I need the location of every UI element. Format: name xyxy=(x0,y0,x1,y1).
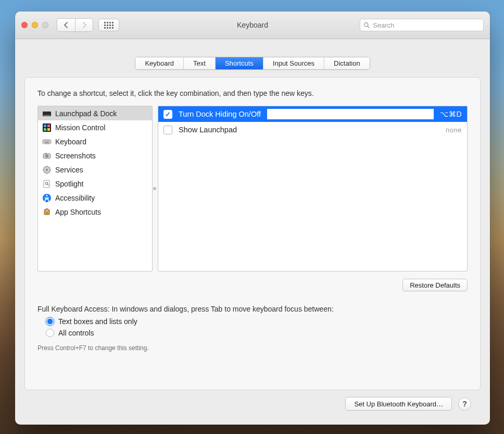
titlebar: Keyboard xyxy=(15,11,490,39)
tab-keyboard[interactable]: Keyboard xyxy=(135,57,183,69)
svg-rect-7 xyxy=(44,128,46,131)
tab-shortcuts[interactable]: Shortcuts xyxy=(215,57,263,69)
search-field-wrapper[interactable] xyxy=(360,19,484,31)
svg-rect-5 xyxy=(44,125,46,127)
svg-rect-12 xyxy=(46,141,47,142)
category-app-shortcuts[interactable]: App Shortcuts xyxy=(38,205,152,219)
svg-rect-9 xyxy=(43,140,51,144)
svg-point-17 xyxy=(45,154,48,157)
forward-button[interactable] xyxy=(75,19,93,31)
fka-hint: Press Control+F7 to change this setting. xyxy=(37,344,468,352)
grid-icon xyxy=(104,22,114,29)
mission-control-icon xyxy=(42,123,52,132)
gear-icon xyxy=(42,165,52,175)
svg-point-20 xyxy=(46,169,48,171)
shortcut-key-editor[interactable] xyxy=(267,109,434,119)
app-shortcuts-icon xyxy=(42,207,52,217)
category-label: Launchpad & Dock xyxy=(55,109,117,118)
tab-input-sources[interactable]: Input Sources xyxy=(263,57,324,69)
svg-point-33 xyxy=(46,194,47,196)
restore-defaults-button[interactable]: Restore Defaults xyxy=(402,279,468,291)
spotlight-icon xyxy=(42,179,52,189)
category-list[interactable]: Launchpad & Dock Mission Control Keyboar… xyxy=(37,106,153,271)
instruction-text: To change a shortcut, select it, click t… xyxy=(37,89,468,97)
zoom-window-button[interactable] xyxy=(42,22,48,28)
category-services[interactable]: Services xyxy=(38,163,152,177)
category-spotlight[interactable]: Spotlight xyxy=(38,177,152,191)
pane-resize-handle[interactable] xyxy=(153,187,156,190)
category-label: Keyboard xyxy=(55,138,86,146)
show-all-button[interactable] xyxy=(98,19,119,31)
shortcut-row-dock-hiding[interactable]: Turn Dock Hiding On/Off ⌥⌘D xyxy=(158,106,467,122)
category-accessibility[interactable]: Accessibility xyxy=(38,191,152,205)
help-button[interactable]: ? xyxy=(458,398,471,411)
svg-rect-18 xyxy=(45,153,47,154)
close-window-button[interactable] xyxy=(21,22,28,28)
shortcuts-panel: To change a shortcut, select it, click t… xyxy=(24,77,481,390)
category-screenshots[interactable]: Screenshots xyxy=(38,148,152,163)
content-area: Keyboard Text Shortcuts Input Sources Di… xyxy=(15,39,490,425)
category-label: Services xyxy=(55,166,83,174)
radio-label: Text boxes and lists only xyxy=(58,317,137,326)
lists-container: Launchpad & Dock Mission Control Keyboar… xyxy=(37,106,468,271)
camera-icon xyxy=(42,151,52,160)
radio-button-icon xyxy=(46,317,54,326)
category-keyboard[interactable]: Keyboard xyxy=(38,134,152,148)
category-label: Spotlight xyxy=(55,180,83,188)
tab-dictation[interactable]: Dictation xyxy=(324,57,370,69)
svg-rect-11 xyxy=(45,141,46,142)
shortcut-keys: ⌥⌘D xyxy=(440,110,462,118)
search-icon xyxy=(363,22,370,29)
preferences-window: Keyboard Keyboard Text Shortcuts Input S… xyxy=(15,11,490,425)
radio-text-boxes-lists[interactable]: Text boxes and lists only xyxy=(46,317,468,326)
category-label: Accessibility xyxy=(55,194,95,202)
tab-text[interactable]: Text xyxy=(183,57,215,69)
shortcut-row-show-launchpad[interactable]: Show Launchpad none xyxy=(158,122,467,138)
svg-rect-15 xyxy=(45,142,49,143)
minimize-window-button[interactable] xyxy=(32,22,38,28)
back-button[interactable] xyxy=(57,19,75,31)
svg-rect-10 xyxy=(44,141,45,142)
category-label: Mission Control xyxy=(55,123,105,132)
full-keyboard-access-heading: Full Keyboard Access: In windows and dia… xyxy=(37,305,468,313)
svg-rect-14 xyxy=(49,141,50,142)
category-label: Screenshots xyxy=(55,152,96,160)
full-keyboard-access-options: Text boxes and lists only All controls xyxy=(37,317,468,337)
svg-rect-3 xyxy=(44,115,51,116)
radio-all-controls[interactable]: All controls xyxy=(46,329,468,337)
svg-point-0 xyxy=(364,22,368,26)
category-mission-control[interactable]: Mission Control xyxy=(38,120,152,134)
shortcut-label: Turn Dock Hiding On/Off xyxy=(179,110,261,118)
svg-rect-8 xyxy=(47,128,50,131)
radio-label: All controls xyxy=(58,329,94,337)
svg-rect-6 xyxy=(47,125,50,127)
nav-back-forward xyxy=(57,18,93,32)
shortcut-checkbox[interactable] xyxy=(163,110,172,119)
traffic-lights xyxy=(21,22,48,28)
svg-line-1 xyxy=(368,26,369,28)
search-input[interactable] xyxy=(373,21,480,29)
dock-icon xyxy=(42,109,52,118)
radio-button-icon xyxy=(46,329,54,337)
category-launchpad-dock[interactable]: Launchpad & Dock xyxy=(38,106,152,120)
footer: Set Up Bluetooth Keyboard… ? xyxy=(24,390,481,417)
accessibility-icon xyxy=(42,193,52,203)
shortcut-label: Show Launchpad xyxy=(179,126,237,134)
keyboard-icon xyxy=(42,137,52,146)
shortcut-checkbox[interactable] xyxy=(163,126,172,134)
setup-bluetooth-keyboard-button[interactable]: Set Up Bluetooth Keyboard… xyxy=(345,397,452,411)
shortcut-list[interactable]: Turn Dock Hiding On/Off ⌥⌘D Show Launchp… xyxy=(158,106,468,271)
category-label: App Shortcuts xyxy=(55,208,101,216)
tab-bar: Keyboard Text Shortcuts Input Sources Di… xyxy=(135,57,370,70)
chevron-right-icon xyxy=(81,22,87,28)
chevron-left-icon xyxy=(63,22,69,28)
svg-rect-29 xyxy=(44,180,49,188)
svg-rect-13 xyxy=(48,141,49,142)
shortcut-keys: none xyxy=(446,126,462,134)
